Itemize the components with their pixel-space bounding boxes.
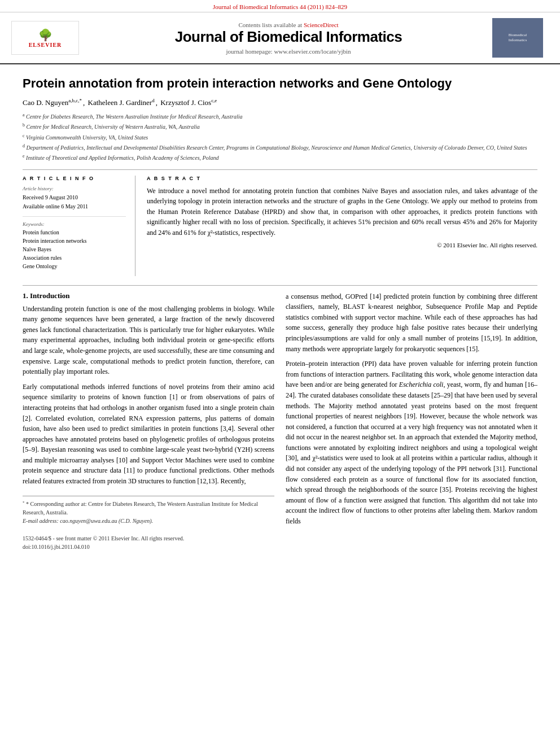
- footer-issn: 1532-0464/$ - see front matter © 2011 El…: [23, 534, 274, 543]
- history-label: Article history:: [23, 186, 126, 191]
- keyword-3: Naïve Bayes: [23, 245, 126, 254]
- article-info: A R T I C L E I N F O Article history: R…: [23, 176, 135, 276]
- section-1-para-2: Early computational methods inferred fun…: [23, 382, 274, 487]
- keywords-section: Keywords: Protein function Protein inter…: [23, 221, 126, 270]
- section-1-number: 1. Introduction: [23, 291, 70, 300]
- sciencedirect-link: Contents lists available at ScienceDirec…: [90, 21, 487, 28]
- abstract-heading: A B S T R A C T: [147, 176, 537, 181]
- journal-title-area: Contents lists available at ScienceDirec…: [90, 21, 487, 55]
- journal-cover-image: BiomedicalInformatics: [492, 18, 543, 58]
- footnote-area: * * Corresponding author at: Centre for …: [23, 496, 274, 525]
- author-2: Katheleen J. Gardinerd: [88, 98, 155, 107]
- article-title: Protein annotation from protein interact…: [23, 76, 537, 92]
- keywords-label: Keywords:: [23, 221, 126, 227]
- journal-citation: Journal of Biomedical Informatics 44 (20…: [213, 3, 347, 10]
- sciencedirect-link-text[interactable]: ScienceDirect: [304, 21, 339, 28]
- column-right: a consensus method, GOPred [14] predicte…: [286, 291, 537, 551]
- section-1-para-1: Understanding protein function is one of…: [23, 304, 274, 377]
- keyword-5: Gene Ontology: [23, 262, 126, 270]
- footnote-email: E-mail address: cao.nguyen@uwa.edu.au (C…: [23, 517, 274, 525]
- received-date: Received 9 August 2010: [23, 194, 78, 200]
- available-date: Available online 6 May 2011: [23, 203, 88, 209]
- body-columns: 1. Introduction Understanding protein fu…: [23, 291, 537, 551]
- keyword-2: Protein interaction networks: [23, 237, 126, 245]
- info-divider: [23, 216, 126, 217]
- journal-cover: BiomedicalInformatics: [492, 18, 549, 58]
- page-footer: 1532-0464/$ - see front matter © 2011 El…: [23, 534, 274, 551]
- footnote-corresponding: * * Corresponding author at: Centre for …: [23, 500, 274, 517]
- journal-homepage: journal homepage: www.elsevier.com/locat…: [90, 48, 487, 55]
- journal-title: Journal of Biomedical Informatics: [90, 28, 487, 46]
- abstract-text: We introduce a novel method for annotati…: [147, 186, 537, 238]
- divider-1: [23, 169, 537, 170]
- affiliation-c: c Virginia Commonwealth University, VA, …: [23, 133, 537, 142]
- affiliation-b: b Centre for Medical Research, Universit…: [23, 122, 537, 131]
- tree-icon: 🌳: [38, 28, 53, 42]
- footer-doi: doi:10.1016/j.jbi.2011.04.010: [23, 543, 274, 551]
- article-meta-section: A R T I C L E I N F O Article history: R…: [23, 176, 537, 276]
- article-info-heading: A R T I C L E I N F O: [23, 176, 126, 181]
- affiliations: a Centre for Diabetes Research, The West…: [23, 112, 537, 163]
- author-1: Cao D. Nguyena,b,c,*: [23, 98, 82, 107]
- article-history: Article history: Received 9 August 2010 …: [23, 186, 126, 211]
- abstract-section: A B S T R A C T We introduce a novel met…: [147, 176, 537, 276]
- section-1-col2-para-1: a consensus method, GOPred [14] predicte…: [286, 291, 537, 355]
- section-1-col2-para-2: Protein–protein interaction (PPI) data h…: [286, 359, 537, 527]
- elsevier-logo: 🌳 ELSEVIER: [11, 21, 79, 55]
- author-3: Krzysztof J. Ciosc,e: [160, 98, 217, 107]
- keyword-1: Protein function: [23, 228, 126, 237]
- keyword-4: Association rules: [23, 254, 126, 262]
- main-content: Protein annotation from protein interact…: [0, 64, 560, 562]
- divider-2: [23, 285, 537, 286]
- elsevier-logo-area: 🌳 ELSEVIER: [11, 21, 85, 55]
- affiliation-e: e Institute of Theoretical and Applied I…: [23, 153, 537, 162]
- abstract-copyright: © 2011 Elsevier Inc. All rights reserved…: [147, 242, 537, 248]
- journal-top-bar: Journal of Biomedical Informatics 44 (20…: [0, 0, 560, 12]
- elsevier-brand: ELSEVIER: [29, 42, 62, 48]
- section-1-heading: 1. Introduction: [23, 291, 274, 300]
- affiliation-a: a Centre for Diabetes Research, The West…: [23, 112, 537, 121]
- keywords-list: Protein function Protein interaction net…: [23, 228, 126, 270]
- journal-header: 🌳 ELSEVIER Contents lists available at S…: [0, 12, 560, 64]
- column-left: 1. Introduction Understanding protein fu…: [23, 291, 274, 551]
- authors-line: Cao D. Nguyena,b,c,*, Katheleen J. Gardi…: [23, 98, 537, 107]
- affiliation-d: d Department of Pediatrics, Intellectual…: [23, 143, 537, 152]
